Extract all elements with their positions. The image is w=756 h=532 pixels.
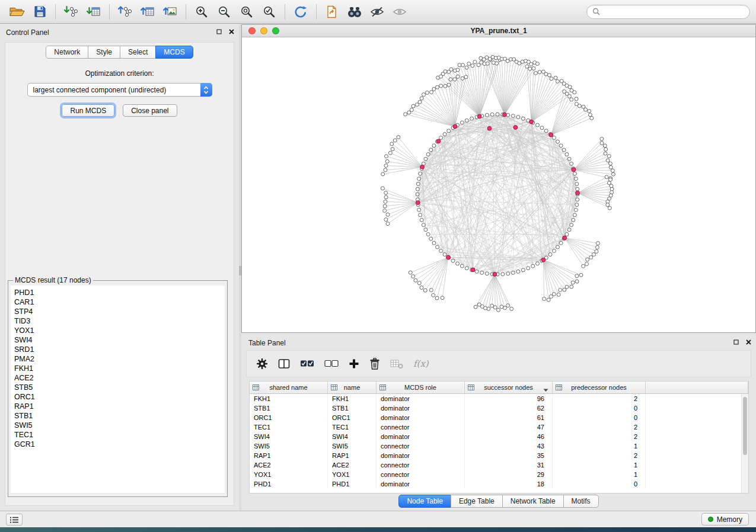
add-row-button[interactable] <box>349 356 359 371</box>
network-canvas[interactable] <box>242 37 755 332</box>
select-all-button[interactable] <box>300 356 314 371</box>
search-input[interactable] <box>604 7 744 17</box>
find-button[interactable] <box>343 3 366 21</box>
minimize-window-icon[interactable] <box>260 27 267 34</box>
result-node[interactable]: SWI5 <box>14 421 221 430</box>
column-header-successor-nodes[interactable]: successor nodes <box>465 382 553 393</box>
table-scrollbar[interactable] <box>741 394 748 493</box>
run-mcds-button[interactable]: Run MCDS <box>62 104 114 117</box>
import-network-button[interactable] <box>60 3 82 21</box>
result-node[interactable]: STP4 <box>14 307 221 316</box>
memory-button[interactable]: Memory <box>701 513 749 525</box>
export-table-button[interactable] <box>136 3 159 21</box>
table-cell: SWI4 <box>328 432 377 441</box>
table-row[interactable]: PHD1PHD1dominator180 <box>250 479 748 489</box>
table-settings-button[interactable] <box>256 356 268 371</box>
share-document-button[interactable] <box>321 3 343 21</box>
column-header-name[interactable]: name <box>328 382 377 393</box>
table-cell: dominator <box>377 479 465 489</box>
tab-network[interactable]: Network <box>46 46 88 59</box>
zoom-selected-button[interactable] <box>258 3 280 21</box>
zoom-out-button[interactable] <box>213 3 235 21</box>
table-row[interactable]: ORC1ORC1dominator610 <box>250 413 748 422</box>
table-row[interactable]: STB1STB1dominator620 <box>250 403 748 413</box>
show-columns-button[interactable] <box>278 356 290 371</box>
result-node[interactable]: PHD1 <box>14 288 221 297</box>
scrollbar-thumb[interactable] <box>743 397 747 455</box>
close-window-icon[interactable] <box>248 27 256 34</box>
criterion-dropdown[interactable]: largest connected component (undirected) <box>27 83 212 97</box>
table-row[interactable]: FKH1FKH1dominator962 <box>250 394 748 403</box>
tab-mcds[interactable]: MCDS <box>155 46 193 59</box>
table-tabs: Node Table Edge Table Network Table Moti… <box>241 495 756 508</box>
float-panel-icon[interactable] <box>733 339 739 345</box>
mcds-result-list[interactable]: PHD1CAR1STP4TID3YOX1SWI4SRD1PMA2FKH1ACE2… <box>11 286 225 493</box>
save-session-button[interactable] <box>28 3 51 21</box>
result-node[interactable]: ORC1 <box>14 392 221 402</box>
tab-motifs[interactable]: Motifs <box>563 495 599 508</box>
result-node[interactable]: TEC1 <box>14 430 221 440</box>
function-builder-button[interactable]: f(x) <box>413 356 429 371</box>
float-panel-icon[interactable] <box>216 29 222 34</box>
tab-style[interactable]: Style <box>88 46 120 59</box>
sort-caret-icon[interactable] <box>543 386 548 393</box>
search-box[interactable] <box>586 5 750 19</box>
table-row[interactable]: ACE2ACE2connector311 <box>250 460 748 470</box>
control-panel-header: Control Panel <box>0 24 239 41</box>
column-header-shared-name[interactable]: shared name <box>250 382 328 393</box>
network-graph[interactable] <box>242 37 755 332</box>
table-panel-header: Table Panel <box>241 335 756 351</box>
main-toolbar <box>0 0 756 24</box>
attribute-icon <box>379 384 386 392</box>
result-node[interactable]: CAR1 <box>14 297 221 307</box>
folder-icon <box>9 6 25 18</box>
table-row[interactable]: YOX1YOX1connector291 <box>250 470 748 479</box>
result-node[interactable]: GCR1 <box>14 440 221 449</box>
table-row[interactable]: SWI5SWI5connector431 <box>250 441 748 451</box>
table-row[interactable]: RAP1RAP1dominator352 <box>250 451 748 460</box>
result-node[interactable]: RAP1 <box>14 402 221 411</box>
result-node[interactable]: STB5 <box>14 383 221 392</box>
column-label: successor nodes <box>484 384 533 391</box>
refresh-layout-button[interactable] <box>289 3 312 21</box>
zoom-fit-button[interactable] <box>235 3 258 21</box>
result-node[interactable]: YOX1 <box>14 326 221 335</box>
result-node[interactable]: FKH1 <box>14 364 221 373</box>
table-row[interactable]: SWI4SWI4dominator462 <box>250 432 748 441</box>
network-window-titlebar[interactable]: YPA_prune.txt_1 <box>242 25 755 37</box>
result-node[interactable]: PMA2 <box>14 354 221 364</box>
close-panel-icon[interactable] <box>229 29 234 34</box>
node-table-body[interactable]: FKH1FKH1dominator962STB1STB1dominator620… <box>250 394 748 494</box>
attribute-icon <box>253 384 259 392</box>
hide-selected-button[interactable] <box>366 3 388 21</box>
export-network-button[interactable] <box>114 3 136 21</box>
memory-status-icon <box>708 517 713 522</box>
tab-network-table[interactable]: Network Table <box>502 495 564 508</box>
delete-row-button[interactable] <box>369 356 380 371</box>
table-cell: ORC1 <box>328 413 377 422</box>
result-node[interactable]: SRD1 <box>14 345 221 354</box>
tab-node-table[interactable]: Node Table <box>398 495 451 508</box>
deselect-all-button[interactable] <box>324 356 339 371</box>
table-row[interactable]: TEC1TEC1connector472 <box>250 422 748 432</box>
result-node[interactable]: SWI4 <box>14 335 221 345</box>
delete-table-button[interactable] <box>390 356 403 371</box>
table-cell: FKH1 <box>250 394 328 403</box>
maximize-window-icon[interactable] <box>272 27 279 34</box>
show-all-button[interactable] <box>388 3 411 21</box>
zoom-in-button[interactable] <box>190 3 213 21</box>
result-node[interactable]: TID3 <box>14 316 221 326</box>
import-table-button[interactable] <box>82 3 105 21</box>
result-node[interactable]: STB1 <box>14 411 221 421</box>
export-image-button[interactable] <box>159 3 181 21</box>
close-panel-icon[interactable] <box>746 339 751 345</box>
result-node[interactable]: ACE2 <box>14 373 221 383</box>
column-header-predecessor-nodes[interactable]: predecessor nodes <box>553 382 646 393</box>
tab-select[interactable]: Select <box>120 46 156 59</box>
tab-edge-table[interactable]: Edge Table <box>451 495 503 508</box>
column-header-mcds-role[interactable]: MCDS role <box>377 382 465 393</box>
close-panel-button[interactable]: Close panel <box>123 104 177 117</box>
hide-panel-button[interactable] <box>6 514 23 525</box>
toolbar-separator <box>316 4 317 20</box>
open-session-button[interactable] <box>6 3 28 21</box>
